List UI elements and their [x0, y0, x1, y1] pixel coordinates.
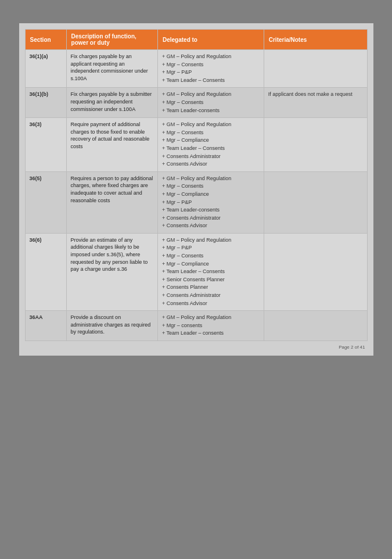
list-item: Consents Advisor	[162, 160, 260, 168]
list-item: GM – Policy and Regulation	[162, 314, 260, 321]
list-item: Consents Planner	[162, 284, 260, 291]
section-cell: 36(5)	[25, 171, 66, 233]
delegated-cell: GM – Policy and RegulationMgr – Consents…	[157, 88, 264, 118]
list-item: Consents Administrator	[162, 153, 260, 160]
section-cell: 36(1)(a)	[25, 50, 66, 88]
description-cell: Provide an estimate of any additional ch…	[66, 233, 157, 310]
criteria-cell	[264, 171, 367, 233]
delegated-cell: GM – Policy and RegulationMgr – P&PMgr –…	[157, 233, 264, 310]
header-description: Description of function, power or duty	[66, 30, 157, 50]
list-item: Team Leader-consents	[162, 206, 260, 214]
page-container: Section Description of function, power o…	[19, 23, 373, 356]
description-cell: Fix charges payable by an applicant requ…	[66, 50, 157, 88]
list-item: Mgr – Consents	[162, 129, 260, 137]
table-row: 36AAProvide a discount on administrative…	[25, 311, 367, 341]
criteria-cell: If applicant does not make a request	[264, 88, 367, 118]
list-item: Team Leader – Consents	[162, 145, 260, 152]
list-item: Mgr – Compliance	[162, 137, 260, 144]
list-item: Senior Consents Planner	[162, 276, 260, 284]
criteria-cell	[264, 118, 367, 172]
section-cell: 36(3)	[25, 118, 66, 172]
list-item: GM – Policy and Regulation	[162, 91, 260, 98]
description-cell: Requires a person to pay additional char…	[66, 171, 157, 233]
list-item: Consents Administrator	[162, 292, 260, 299]
table-row: 36(6)Provide an estimate of any addition…	[25, 233, 367, 310]
table-row: 36(3)Require payment of additional charg…	[25, 118, 367, 172]
list-item: GM – Policy and Regulation	[162, 236, 260, 244]
delegation-table: Section Description of function, power o…	[25, 29, 368, 341]
table-row: 36(1)(b)Fix charges payable by a submitt…	[25, 88, 367, 118]
delegated-cell: GM – Policy and RegulationMgr – consents…	[157, 311, 264, 341]
list-item: Mgr – P&P	[162, 244, 260, 252]
section-cell: 36(1)(b)	[25, 88, 66, 118]
section-cell: 36AA	[25, 311, 66, 341]
list-item: Mgr – Consents	[162, 61, 260, 69]
delegated-cell: GM – Policy and RegulationMgr – Consents…	[157, 171, 264, 233]
list-item: Mgr – consents	[162, 322, 260, 329]
header-criteria: Criteria/Notes	[264, 30, 367, 50]
list-item: Mgr – P&P	[162, 199, 260, 206]
list-item: Team Leader-consents	[162, 107, 260, 114]
list-item: Mgr – Consents	[162, 182, 260, 190]
list-item: Consents Administrator	[162, 214, 260, 222]
list-item: Mgr – Consents	[162, 252, 260, 260]
list-item: Team Leader – consents	[162, 329, 260, 337]
list-item: GM – Policy and Regulation	[162, 53, 260, 60]
list-item: Mgr – Consents	[162, 99, 260, 106]
description-cell: Require payment of additional charges to…	[66, 118, 157, 172]
criteria-cell	[264, 311, 367, 341]
list-item: GM – Policy and Regulation	[162, 175, 260, 182]
header-delegated: Delegated to	[157, 30, 264, 50]
header-section: Section	[25, 30, 66, 50]
list-item: GM – Policy and Regulation	[162, 121, 260, 128]
list-item: Team Leader – Consents	[162, 77, 260, 84]
section-cell: 36(6)	[25, 233, 66, 310]
delegated-cell: GM – Policy and RegulationMgr – Consents…	[157, 50, 264, 88]
criteria-cell	[264, 233, 367, 310]
page-number: Page 2 of 41	[25, 345, 368, 350]
criteria-cell	[264, 50, 367, 88]
list-item: Mgr – P&P	[162, 69, 260, 76]
list-item: Mgr – Compliance	[162, 191, 260, 198]
list-item: Consents Advisor	[162, 222, 260, 230]
description-cell: Provide a discount on administrative cha…	[66, 311, 157, 341]
list-item: Mgr – Compliance	[162, 260, 260, 268]
delegated-cell: GM – Policy and RegulationMgr – Consents…	[157, 118, 264, 172]
table-row: 36(5)Requires a person to pay additional…	[25, 171, 367, 233]
description-cell: Fix charges payable by a submitter reque…	[66, 88, 157, 118]
table-row: 36(1)(a)Fix charges payable by an applic…	[25, 50, 367, 88]
list-item: Team Leader – Consents	[162, 268, 260, 275]
list-item: Consents Advisor	[162, 300, 260, 307]
